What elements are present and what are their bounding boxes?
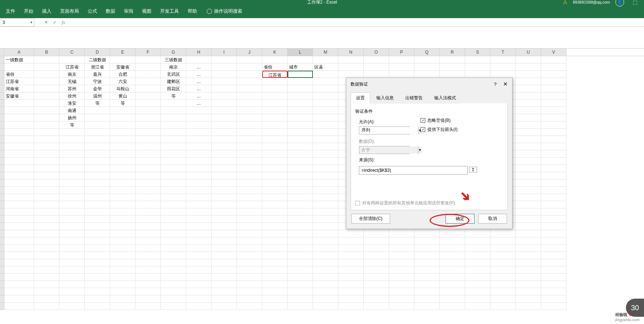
- cell[interactable]: [59, 245, 85, 252]
- row-header[interactable]: [0, 92, 4, 100]
- cell[interactable]: [186, 187, 212, 194]
- cell[interactable]: [59, 150, 85, 158]
- cell[interactable]: [4, 245, 34, 252]
- cell[interactable]: [135, 143, 161, 150]
- cell[interactable]: [541, 208, 566, 216]
- cell[interactable]: [59, 158, 85, 165]
- cell[interactable]: [541, 85, 566, 92]
- col-header[interactable]: U: [516, 49, 541, 56]
- cell[interactable]: [490, 274, 516, 281]
- cell[interactable]: [288, 150, 313, 158]
- cell[interactable]: [541, 136, 566, 143]
- cell[interactable]: [161, 201, 186, 208]
- dropdown-checkbox[interactable]: ✓: [421, 127, 425, 132]
- cell[interactable]: [161, 230, 186, 237]
- cell[interactable]: [338, 266, 364, 274]
- tab-developer[interactable]: 开发工具: [156, 4, 183, 18]
- cell[interactable]: [4, 303, 34, 310]
- cell[interactable]: [161, 165, 186, 172]
- row-header[interactable]: [0, 179, 4, 187]
- cell[interactable]: [110, 274, 135, 281]
- cell[interactable]: [288, 136, 313, 143]
- cell[interactable]: [440, 288, 465, 295]
- col-header[interactable]: P: [389, 49, 414, 56]
- cell[interactable]: [313, 71, 338, 78]
- cell[interactable]: [34, 245, 59, 252]
- cell[interactable]: [516, 295, 541, 303]
- cell[interactable]: [135, 136, 161, 143]
- cell[interactable]: [135, 129, 161, 136]
- cell[interactable]: [262, 158, 288, 165]
- cell[interactable]: [389, 266, 414, 274]
- cell[interactable]: [212, 187, 237, 194]
- cell[interactable]: [34, 208, 59, 216]
- cell[interactable]: [212, 172, 237, 179]
- cell[interactable]: [186, 56, 212, 63]
- cell[interactable]: [186, 237, 212, 245]
- cell[interactable]: [186, 179, 212, 187]
- cell[interactable]: [262, 136, 288, 143]
- cell[interactable]: [237, 143, 262, 150]
- cell[interactable]: [212, 281, 237, 288]
- cell[interactable]: [135, 201, 161, 208]
- row-header[interactable]: [0, 71, 4, 78]
- cell[interactable]: [237, 129, 262, 136]
- tab-formula[interactable]: 公式: [83, 4, 101, 18]
- cell[interactable]: [135, 295, 161, 303]
- cell[interactable]: [541, 237, 566, 245]
- cell[interactable]: [364, 303, 389, 310]
- cell[interactable]: [34, 237, 59, 245]
- cell[interactable]: 温州: [85, 92, 110, 100]
- cell[interactable]: [4, 237, 34, 245]
- cell[interactable]: 等: [85, 100, 110, 107]
- cell[interactable]: [59, 165, 85, 172]
- cell[interactable]: [34, 223, 59, 230]
- cell[interactable]: [135, 187, 161, 194]
- cell[interactable]: [135, 303, 161, 310]
- cell[interactable]: [85, 143, 110, 150]
- cell[interactable]: [541, 100, 566, 107]
- allow-combo[interactable]: ▼: [359, 126, 410, 134]
- cell[interactable]: [110, 150, 135, 158]
- cell[interactable]: 扬州: [59, 114, 85, 121]
- cell[interactable]: [516, 92, 541, 100]
- col-header[interactable]: J: [237, 49, 262, 56]
- cell[interactable]: [541, 56, 566, 63]
- cell[interactable]: [389, 295, 414, 303]
- cell[interactable]: 雨花区: [161, 85, 186, 92]
- cell[interactable]: [85, 230, 110, 237]
- cell[interactable]: [541, 230, 566, 237]
- cell[interactable]: [212, 129, 237, 136]
- cell[interactable]: [262, 100, 288, 107]
- cell[interactable]: [135, 266, 161, 274]
- cell[interactable]: [186, 208, 212, 216]
- cell[interactable]: [135, 252, 161, 259]
- cell[interactable]: [465, 63, 490, 71]
- cell[interactable]: [288, 129, 313, 136]
- cell[interactable]: [541, 295, 566, 303]
- cell[interactable]: [516, 259, 541, 266]
- cell[interactable]: [34, 78, 59, 85]
- cell[interactable]: [34, 63, 59, 71]
- cell[interactable]: [237, 288, 262, 295]
- cell[interactable]: [212, 136, 237, 143]
- cell[interactable]: [110, 179, 135, 187]
- cell[interactable]: [212, 266, 237, 274]
- cell[interactable]: 马鞍山: [110, 85, 135, 92]
- cell[interactable]: [313, 85, 338, 92]
- apply-all-checkbox[interactable]: [355, 201, 360, 205]
- cell[interactable]: [135, 288, 161, 295]
- cell[interactable]: [212, 194, 237, 201]
- tab-review[interactable]: 审阅: [120, 4, 138, 18]
- cell[interactable]: [237, 230, 262, 237]
- cell[interactable]: [4, 274, 34, 281]
- cell[interactable]: [212, 245, 237, 252]
- row-header[interactable]: [0, 143, 4, 150]
- cell[interactable]: [59, 237, 85, 245]
- cell[interactable]: [212, 92, 237, 100]
- cell[interactable]: [59, 281, 85, 288]
- cell[interactable]: [59, 259, 85, 266]
- cell[interactable]: [85, 114, 110, 121]
- cell[interactable]: [490, 230, 516, 237]
- cell[interactable]: 南京: [161, 63, 186, 71]
